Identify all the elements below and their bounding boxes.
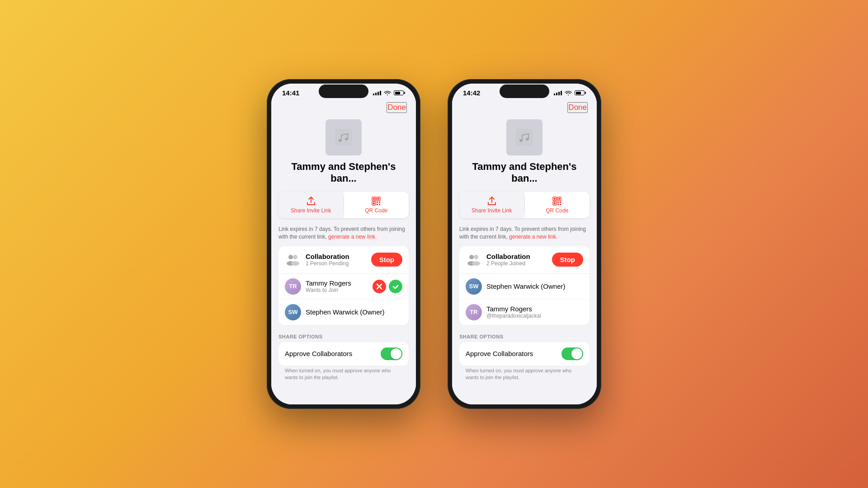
music-icon-right [516, 129, 533, 146]
share-options-label-right: SHARE OPTIONS [459, 330, 590, 342]
reject-button-tammy-left[interactable] [373, 280, 386, 293]
status-icons-right [554, 90, 586, 95]
status-time-left: 14:41 [282, 89, 299, 97]
dynamic-island-right [500, 84, 549, 98]
svg-rect-8 [373, 202, 375, 204]
options-card-left: Approve Collaborators [278, 342, 409, 366]
svg-point-31 [474, 255, 478, 259]
stop-button-left[interactable]: Stop [371, 253, 402, 267]
stop-button-right[interactable]: Stop [552, 253, 583, 267]
option-row-left: Approve Collaborators [278, 342, 409, 366]
generate-new-link-left[interactable]: generate a new link. [328, 234, 377, 240]
generate-new-link-right[interactable]: generate a new link. [509, 234, 557, 240]
avatar-stephen-right: SW [466, 278, 482, 295]
svg-point-19 [526, 138, 528, 141]
svg-rect-23 [558, 198, 560, 200]
person-row-tammy-left: TR Tammy Rogers Wants to Join [278, 274, 409, 300]
phone-screen-right: 14:42 Don [452, 84, 597, 404]
collab-sub-left: 1 Person Pending [306, 260, 371, 267]
music-icon-left [335, 129, 352, 146]
svg-rect-10 [379, 202, 380, 203]
collab-text-right: Collaboration 2 People Joined [486, 253, 552, 267]
tab-bar-right: Share Invite Link [459, 192, 590, 218]
option-description-right: When turned on, you must approve anyone … [459, 366, 590, 387]
playlist-title-left: Tammy and Stephen's ban... [280, 161, 407, 184]
wifi-icon-left [384, 90, 391, 95]
phone-screen-left: 14:41 Don [271, 84, 416, 404]
phone-right: 14:42 Don [448, 79, 601, 409]
screen-content-right[interactable]: Done Tammy and Stephen's ban... [452, 99, 597, 404]
svg-rect-17 [516, 129, 533, 146]
svg-rect-0 [335, 129, 352, 146]
share-options-label-left: SHARE OPTIONS [278, 330, 409, 342]
tab-share-invite-left[interactable]: Share Invite Link [278, 192, 344, 218]
collab-card-right: Collaboration 2 People Joined Stop SW St… [459, 246, 590, 325]
done-button-right[interactable]: Done [567, 102, 588, 113]
action-btns-tammy-left [373, 280, 402, 293]
svg-rect-29 [560, 204, 561, 205]
x-icon-left [376, 283, 382, 290]
svg-rect-21 [554, 198, 556, 200]
avatar-tammy-right: TR [466, 304, 482, 320]
collab-name-left: Collaboration [306, 253, 371, 260]
tab-share-invite-label-left: Share Invite Link [291, 207, 331, 214]
share-icon-right [487, 196, 497, 206]
status-icons-left [373, 90, 405, 95]
svg-point-2 [345, 138, 348, 141]
status-time-right: 14:42 [463, 89, 480, 97]
screen-content-left[interactable]: Done Tammy and Stephen's ban... [271, 99, 416, 404]
svg-point-30 [469, 255, 474, 259]
qr-icon-right [552, 196, 562, 206]
svg-point-16 [291, 261, 299, 266]
person-info-stephen-left: Stephen Warwick (Owner) [306, 308, 402, 316]
svg-rect-26 [557, 202, 559, 203]
svg-point-13 [288, 255, 293, 259]
signal-icon-left [373, 91, 381, 95]
tab-share-invite-label-right: Share Invite Link [472, 207, 512, 214]
phone-left: 14:41 Don [267, 79, 420, 409]
tab-qr-left[interactable]: QR Code [344, 192, 409, 218]
collab-icon-right [466, 252, 482, 268]
playlist-icon-left [326, 119, 362, 155]
share-options-right: SHARE OPTIONS Approve Collaborators When… [452, 330, 597, 387]
svg-rect-25 [554, 202, 556, 204]
collab-icon-left [285, 252, 301, 268]
svg-rect-11 [377, 204, 378, 205]
person-row-stephen-right: SW Stephen Warwick (Owner) [459, 274, 590, 300]
svg-rect-9 [377, 202, 378, 203]
tab-share-invite-right[interactable]: Share Invite Link [459, 192, 524, 218]
share-icon-left [306, 196, 316, 206]
svg-rect-27 [560, 202, 561, 203]
top-bar-right: Done [452, 99, 597, 115]
accept-button-tammy-left[interactable] [389, 280, 402, 293]
tab-qr-label-right: QR Code [546, 207, 568, 214]
svg-rect-6 [377, 198, 379, 200]
option-description-left: When turned on, you must approve anyone … [278, 366, 409, 387]
option-label-left: Approve Collaborators [285, 350, 381, 357]
person-name-tammy-right: Tammy Rogers [486, 305, 583, 313]
person-row-stephen-left: SW Stephen Warwick (Owner) [278, 300, 409, 325]
svg-point-14 [293, 255, 297, 259]
tab-qr-label-left: QR Code [365, 207, 387, 214]
collab-header-left: Collaboration 1 Person Pending Stop [278, 246, 409, 274]
collab-name-right: Collaboration [486, 253, 552, 260]
link-notice-left: Link expires in 7 days. To prevent other… [271, 224, 416, 246]
person-info-tammy-right: Tammy Rogers @theparadoxicaljackal [486, 305, 583, 319]
svg-point-1 [339, 139, 341, 142]
option-row-right: Approve Collaborators [459, 342, 590, 366]
toggle-right[interactable] [561, 347, 583, 360]
playlist-header-right: Tammy and Stephen's ban... [452, 115, 597, 192]
tab-qr-right[interactable]: QR Code [525, 192, 590, 218]
playlist-header-left: Tammy and Stephen's ban... [271, 115, 416, 192]
svg-rect-12 [379, 204, 380, 205]
collab-header-right: Collaboration 2 People Joined Stop [459, 246, 590, 274]
share-options-left: SHARE OPTIONS Approve Collaborators When… [271, 330, 416, 387]
done-button-left[interactable]: Done [387, 102, 407, 113]
person-sub-tammy-right: @theparadoxicaljackal [486, 313, 583, 319]
toggle-left[interactable] [381, 347, 402, 360]
battery-icon-right [575, 90, 586, 95]
battery-icon-left [394, 90, 405, 95]
dynamic-island-left [319, 84, 368, 98]
person-info-stephen-right: Stephen Warwick (Owner) [486, 282, 583, 290]
svg-rect-4 [373, 198, 375, 200]
